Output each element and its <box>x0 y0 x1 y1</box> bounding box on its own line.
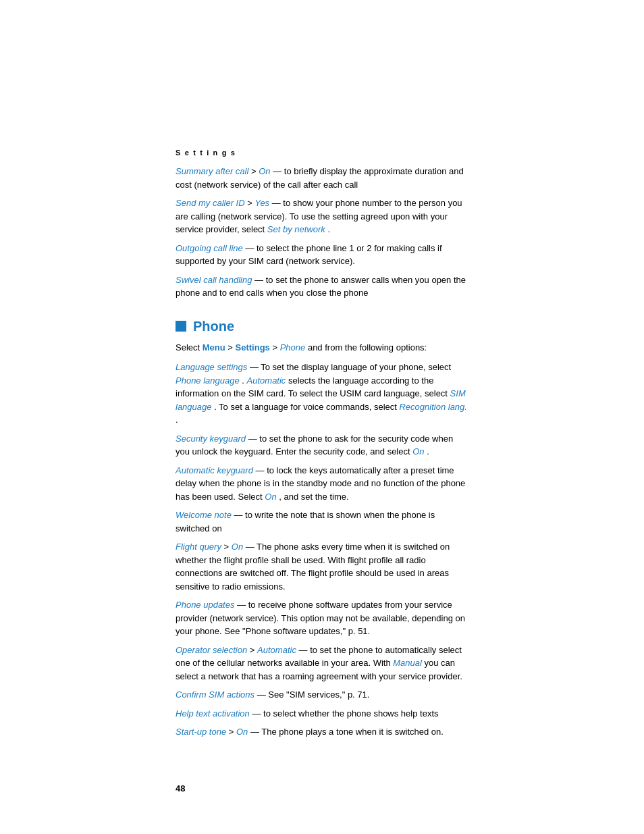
caller-id-separator: > <box>247 198 254 208</box>
startup-tone-on-link[interactable]: On <box>236 727 248 737</box>
page-number: 48 <box>176 783 185 793</box>
lang-rest2: . <box>242 375 246 386</box>
content-area: S e t t i n g s Summary after call > On … <box>0 0 644 798</box>
help-text-rest: — to select whether the phone shows help… <box>252 708 438 719</box>
phone-intro-suffix: and from the following options: <box>308 342 427 353</box>
menu-link[interactable]: Menu <box>203 342 225 353</box>
settings-link[interactable]: Settings <box>236 342 270 353</box>
security-keyguard-link[interactable]: Security keyguard <box>176 434 246 444</box>
flight-query-sep: > <box>224 542 232 552</box>
confirm-sim-rest: — See "SIM services," p. 71. <box>257 689 370 700</box>
phone-language-link[interactable]: Phone language <box>176 375 240 386</box>
auto-keyguard-rest2: , and set the time. <box>279 492 348 502</box>
swivel-call-link[interactable]: Swivel call handling <box>176 275 252 285</box>
settings-label: S e t t i n g s <box>176 149 468 157</box>
phone-intro-sep2: > <box>272 342 279 353</box>
security-keyguard-entry: Security keyguard — to set the phone to … <box>176 432 468 459</box>
startup-tone-entry: Start-up tone > On — The phone plays a t… <box>176 725 468 739</box>
welcome-note-entry: Welcome note — to write the note that is… <box>176 509 468 535</box>
flight-query-on-link[interactable]: On <box>232 542 243 552</box>
recognition-lang-link[interactable]: Recognition lang. <box>399 402 466 412</box>
set-by-network-link[interactable]: Set by network <box>267 224 325 234</box>
send-caller-id-entry: Send my caller ID > Yes — to show your p… <box>176 197 468 236</box>
phone-link[interactable]: Phone <box>280 342 306 353</box>
startup-tone-sep: > <box>229 727 236 737</box>
operator-selection-link[interactable]: Operator selection <box>176 645 247 655</box>
phone-intro-prefix: Select <box>176 342 203 353</box>
automatic-link[interactable]: Automatic <box>247 375 286 386</box>
flight-query-link[interactable]: Flight query <box>176 542 221 552</box>
help-text-activation-entry: Help text activation — to select whether… <box>176 707 468 721</box>
operator-selection-entry: Operator selection > Automatic — to set … <box>176 644 468 683</box>
startup-tone-rest: — The phone plays a tone when it is swit… <box>250 727 444 737</box>
operator-automatic-link[interactable]: Automatic <box>257 645 296 655</box>
phone-header-title: Phone <box>193 319 234 334</box>
lang-rest1: — To set the display language of your ph… <box>250 362 451 372</box>
welcome-note-link[interactable]: Welcome note <box>176 510 232 520</box>
language-settings-entry: Language settings — To set the display l… <box>176 361 468 427</box>
automatic-keyguard-entry: Automatic keyguard — to lock the keys au… <box>176 464 468 504</box>
auto-keyguard-on-link[interactable]: On <box>265 492 276 502</box>
phone-section-header: Phone <box>176 319 468 334</box>
summary-separator: > <box>251 166 259 176</box>
caller-id-end: . <box>327 224 330 234</box>
operator-sep: > <box>250 645 257 655</box>
caller-id-yes-link[interactable]: Yes <box>254 198 269 208</box>
page: S e t t i n g s Summary after call > On … <box>0 0 644 834</box>
settings-section: S e t t i n g s Summary after call > On … <box>176 149 468 300</box>
phone-intro-sep1: > <box>227 342 235 353</box>
sec-keyguard-end: . <box>427 446 429 457</box>
operator-manual-link[interactable]: Manual <box>393 658 422 668</box>
sec-keyguard-on-link[interactable]: On <box>412 446 424 457</box>
confirm-sim-actions-link[interactable]: Confirm SIM actions <box>176 689 254 700</box>
summary-after-call-link[interactable]: Summary after call <box>176 166 248 176</box>
swivel-call-entry: Swivel call handling — to set the phone … <box>176 273 468 300</box>
help-text-activation-link[interactable]: Help text activation <box>176 708 250 719</box>
send-caller-id-link[interactable]: Send my caller ID <box>176 198 245 208</box>
startup-tone-link[interactable]: Start-up tone <box>176 727 226 737</box>
summary-after-call-entry: Summary after call > On — to briefly dis… <box>176 165 468 191</box>
automatic-keyguard-link[interactable]: Automatic keyguard <box>176 465 253 475</box>
lang-end: . <box>176 415 178 425</box>
language-settings-link[interactable]: Language settings <box>176 362 247 372</box>
phone-intro: Select Menu > Settings > Phone and from … <box>176 341 468 355</box>
phone-updates-link[interactable]: Phone updates <box>176 600 234 610</box>
lang-rest4: . To set a language for voice commands, … <box>214 402 399 412</box>
phone-header-square <box>176 321 186 332</box>
outgoing-call-line-link[interactable]: Outgoing call line <box>176 243 243 253</box>
phone-updates-entry: Phone updates — to receive phone softwar… <box>176 598 468 638</box>
outgoing-call-line-entry: Outgoing call line — to select the phone… <box>176 242 468 268</box>
flight-query-entry: Flight query > On — The phone asks every… <box>176 540 468 593</box>
confirm-sim-actions-entry: Confirm SIM actions — See "SIM services,… <box>176 688 468 702</box>
summary-on-link[interactable]: On <box>259 166 270 176</box>
